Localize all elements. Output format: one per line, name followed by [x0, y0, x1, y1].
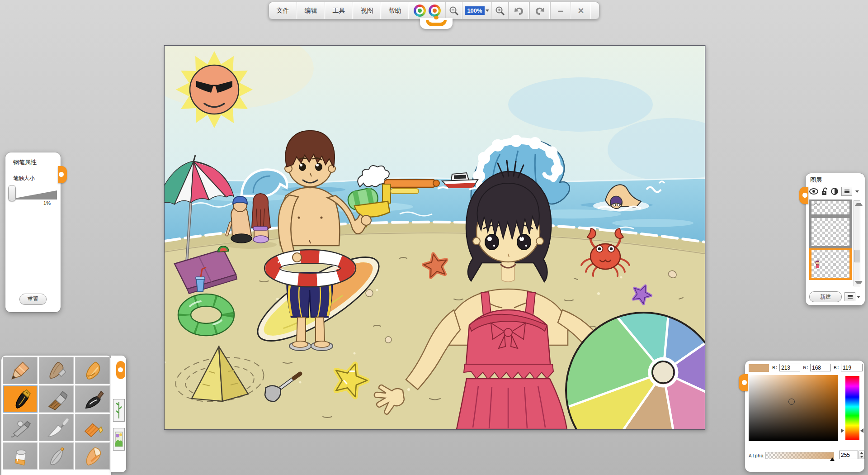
r-label: R:	[772, 365, 778, 370]
b-input[interactable]	[841, 364, 863, 371]
charcoal-stick-icon	[43, 358, 70, 383]
zoom-level-field[interactable]: 100%	[462, 2, 492, 19]
brush-airbrush[interactable]	[3, 414, 38, 441]
zoom-in-button[interactable]	[492, 2, 509, 19]
panel-collapse-handle[interactable]	[58, 166, 67, 183]
brush-leaf-pen[interactable]	[39, 442, 74, 470]
redo-button[interactable]	[530, 2, 550, 19]
layers-bottom-caret-icon[interactable]	[857, 296, 860, 298]
brush-ink-brush[interactable]	[75, 385, 110, 413]
scrollbar-thumb[interactable]	[854, 250, 860, 262]
scroll-up-icon[interactable]	[855, 203, 863, 206]
hamburger-icon	[844, 190, 849, 193]
alpha-spinner[interactable]	[859, 451, 864, 459]
zoom-dropdown-caret-icon[interactable]	[486, 10, 489, 12]
menu-help[interactable]: 帮助	[381, 2, 409, 19]
pencil-icon	[7, 358, 33, 383]
slider-track[interactable]	[12, 190, 57, 200]
sitting-girl	[252, 194, 270, 243]
hue-marker-left-icon[interactable]	[841, 428, 844, 433]
brush-size-label: 笔触大小	[13, 175, 35, 182]
zoom-out-icon	[448, 5, 459, 16]
airbrush-icon	[7, 415, 33, 440]
hue-slider[interactable]	[845, 376, 859, 440]
brush-size-slider[interactable]	[8, 184, 59, 202]
brush-eraser[interactable]	[75, 442, 110, 470]
minimize-button[interactable]: –	[551, 2, 571, 19]
zoom-level-value: 100%	[465, 6, 484, 15]
alpha-marker-icon[interactable]	[830, 457, 835, 461]
leaf-pen-icon	[43, 444, 70, 468]
image-stamp-button[interactable]	[113, 428, 125, 451]
menu-tools[interactable]: 工具	[325, 2, 353, 19]
mascot-eyes	[409, 2, 446, 19]
alpha-slider[interactable]	[765, 452, 834, 459]
layer-item-2[interactable]	[809, 217, 852, 248]
palette-knife-icon	[43, 415, 70, 440]
layers-menu-button[interactable]	[841, 187, 852, 196]
mascot-eye-left-icon[interactable]	[414, 5, 426, 17]
alpha-input[interactable]	[839, 451, 858, 459]
ink-jar-icon	[7, 444, 33, 468]
brush-charcoal-stick[interactable]	[39, 357, 74, 384]
plant-stamp-button[interactable]	[113, 399, 125, 422]
zoom-out-button[interactable]	[446, 2, 462, 19]
layer-visibility-eye-icon[interactable]	[809, 188, 818, 195]
layer-blend-icon[interactable]	[831, 188, 838, 195]
plant-icon	[115, 401, 123, 419]
g-label: G:	[803, 365, 809, 370]
color-collapse-handle[interactable]	[739, 374, 748, 391]
mascot-mouth-tab[interactable]	[420, 18, 453, 29]
alpha-label: Alpha	[749, 453, 764, 459]
layers-bottom-menu-button[interactable]	[844, 292, 855, 301]
layer1-content-preview	[813, 202, 821, 206]
palette-collapse-handle[interactable]	[116, 361, 125, 379]
sv-cursor[interactable]	[788, 399, 795, 405]
menu-file[interactable]: 文件	[269, 2, 297, 19]
spinner-down-icon[interactable]	[860, 456, 863, 458]
close-button[interactable]: ×	[571, 2, 591, 19]
menu-edit[interactable]: 编辑	[297, 2, 325, 19]
r-input[interactable]	[779, 364, 800, 371]
slider-thumb[interactable]	[8, 185, 16, 201]
layers-panel: 图层	[806, 173, 865, 305]
fountain-pen-icon	[7, 387, 33, 411]
ink-brush-icon	[80, 387, 106, 411]
layers-collapse-handle[interactable]	[799, 187, 808, 204]
new-layer-button[interactable]: 新建	[809, 291, 842, 302]
layer-lock-icon[interactable]	[821, 187, 828, 195]
spinner-up-icon[interactable]	[860, 452, 863, 454]
saturation-value-picker[interactable]	[749, 375, 838, 441]
g-input[interactable]	[810, 364, 831, 371]
drawing-canvas[interactable]	[164, 45, 705, 430]
scroll-down-icon[interactable]	[855, 281, 863, 284]
layer-item-1[interactable]	[809, 200, 852, 217]
flat-brush-icon	[43, 387, 70, 411]
hamburger-icon	[848, 295, 853, 299]
brush-paint-roller[interactable]	[75, 414, 110, 441]
brush-fountain-pen[interactable]	[3, 385, 38, 413]
crayon-icon	[80, 358, 106, 383]
layers-scrollbar[interactable]	[854, 200, 860, 286]
hue-marker-right-icon[interactable]	[860, 428, 863, 433]
brush-palette-panel	[1, 356, 111, 475]
brush-size-value: 1%	[43, 200, 51, 206]
undo-button[interactable]	[509, 2, 529, 19]
brush-pencil[interactable]	[3, 357, 38, 384]
brush-palette-knife[interactable]	[39, 414, 74, 441]
mascot-eye-right-icon[interactable]	[429, 5, 441, 17]
layer3-content-preview	[814, 261, 821, 269]
mascot-nose-icon	[434, 16, 439, 19]
b-label: B:	[834, 365, 840, 370]
mascot-smile-icon	[426, 20, 447, 26]
layers-menu-caret-icon[interactable]	[855, 190, 859, 193]
brush-crayon[interactable]	[75, 357, 110, 384]
undo-icon	[513, 5, 525, 16]
reset-button[interactable]: 重置	[19, 294, 47, 305]
layer-item-3-selected[interactable]	[809, 248, 852, 280]
eraser-icon	[80, 444, 106, 468]
brush-flat-brush[interactable]	[39, 385, 74, 413]
brush-ink-jar[interactable]	[3, 442, 38, 470]
menu-view[interactable]: 视图	[353, 2, 381, 19]
pen-panel-title: 钢笔属性	[13, 158, 37, 166]
